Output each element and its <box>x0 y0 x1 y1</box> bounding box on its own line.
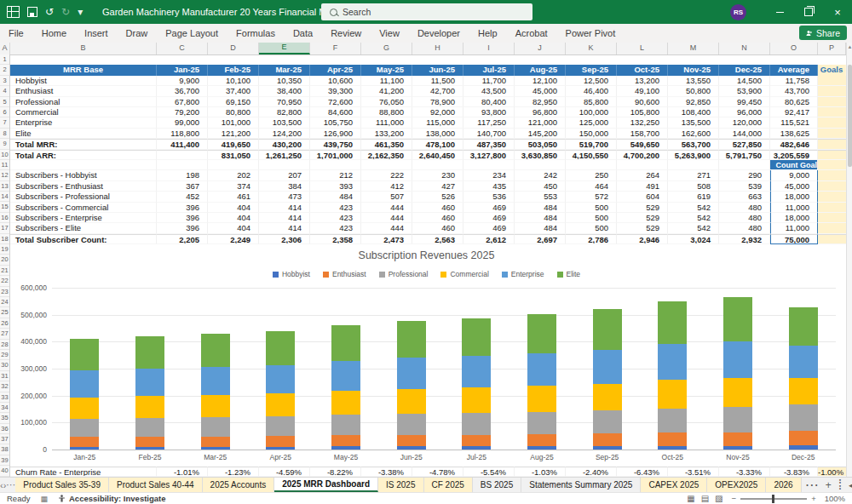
count-goal-button[interactable]: Count Goal <box>770 160 818 170</box>
table-cell[interactable]: 2,249 <box>208 234 259 244</box>
bar-segment-elite[interactable] <box>331 325 360 361</box>
close-button[interactable]: × <box>823 0 852 24</box>
table-cell[interactable]: 145,200 <box>515 129 566 139</box>
bar-segment-enterprise[interactable] <box>527 353 556 386</box>
sheet-tab-2025-mrr-dashboard[interactable]: 2025 MRR Dashboard <box>274 478 378 492</box>
table-cell[interactable]: 39,300 <box>310 86 361 96</box>
header-month[interactable]: Jan-25 <box>157 65 208 75</box>
bar-segment-commercial[interactable] <box>723 378 752 407</box>
column-header-P[interactable]: P <box>818 43 846 54</box>
bar-segment-commercial[interactable] <box>266 393 295 416</box>
bar-segment-commercial[interactable] <box>331 391 360 415</box>
table-cell[interactable]: 105,750 <box>310 117 361 128</box>
table-cell[interactable]: 831,050 <box>208 150 259 160</box>
table-cell[interactable]: 460 <box>412 213 463 223</box>
table-cell[interactable]: 527,850 <box>719 139 770 149</box>
bar-segment-enthusiast[interactable] <box>331 435 360 446</box>
restore-button[interactable] <box>794 0 823 24</box>
table-cell[interactable]: -2.40% <box>566 467 617 477</box>
goal-cell[interactable] <box>818 192 846 202</box>
table-cell[interactable]: 80,400 <box>463 97 515 107</box>
average-cell[interactable]: 92,417 <box>770 107 818 117</box>
row-label[interactable]: Subscribers - Hobbyist <box>10 170 157 180</box>
table-cell[interactable]: 46,400 <box>566 86 617 96</box>
table-cell[interactable]: 473 <box>259 192 310 202</box>
bar-segment-commercial[interactable] <box>135 396 164 418</box>
table-cell[interactable]: 99,450 <box>719 97 770 107</box>
table-cell[interactable]: 404 <box>208 213 259 223</box>
sheet-tab-opex2025[interactable]: OPEX2025 <box>707 478 766 492</box>
row-header-16[interactable]: 16 <box>0 213 9 223</box>
table-cell[interactable]: 121,000 <box>515 117 566 128</box>
ribbon-tab-review[interactable]: Review <box>331 28 361 38</box>
table-cell[interactable]: 135,500 <box>668 117 719 128</box>
row-label[interactable]: Enterprise <box>10 117 157 128</box>
average-cell[interactable]: 18,000 <box>770 213 818 223</box>
bar-segment-enterprise[interactable] <box>462 356 491 387</box>
new-sheet-icon[interactable]: + <box>826 479 832 491</box>
bar-segment-enthusiast[interactable] <box>593 433 622 446</box>
row-label[interactable]: Elite <box>10 129 157 139</box>
ribbon-tab-insert[interactable]: Insert <box>84 28 108 38</box>
bar-segment-commercial[interactable] <box>201 395 230 417</box>
legend-item-enthusiast[interactable]: Enthusiast <box>323 270 366 278</box>
more-sheets-icon[interactable]: ⋯ <box>805 477 819 493</box>
bar-segment-enterprise[interactable] <box>593 350 622 384</box>
table-cell[interactable]: 10,350 <box>259 76 310 86</box>
table-cell[interactable]: 67,800 <box>157 97 208 107</box>
table-cell[interactable]: 487,350 <box>463 139 515 149</box>
row-label[interactable]: Professional <box>10 97 157 107</box>
table-cell[interactable]: 69,150 <box>208 97 259 107</box>
column-header-C[interactable]: C <box>157 43 208 54</box>
row-label[interactable]: Enthusiast <box>10 86 157 96</box>
table-cell[interactable]: 125,000 <box>566 117 617 128</box>
table-cell[interactable]: 80,800 <box>208 107 259 117</box>
table-cell[interactable]: 100,000 <box>566 107 617 117</box>
table-cell[interactable]: 3,024 <box>668 234 719 244</box>
goal-cell[interactable] <box>818 160 846 170</box>
bar-segment-elite[interactable] <box>527 314 556 353</box>
bar-segment-enthusiast[interactable] <box>135 437 164 447</box>
row-header-30[interactable]: 30 <box>0 360 9 370</box>
header-month[interactable]: Sep-25 <box>566 65 617 75</box>
table-cell[interactable]: 9,900 <box>157 76 208 86</box>
bar-segment-enthusiast[interactable] <box>462 435 491 447</box>
table-cell[interactable]: 507 <box>361 192 412 202</box>
table-cell[interactable]: 4,700,200 <box>617 150 668 160</box>
table-cell[interactable]: 480 <box>719 223 770 233</box>
bar-segment-hobbyist[interactable] <box>201 447 230 450</box>
table-cell[interactable]: 404 <box>208 203 259 213</box>
table-cell[interactable]: 271 <box>668 170 719 180</box>
table-cell[interactable]: 88,800 <box>361 107 412 117</box>
save-icon[interactable] <box>27 7 37 17</box>
header-goals[interactable]: Goals <box>818 65 846 75</box>
table-cell[interactable]: 469 <box>463 203 515 213</box>
table-cell[interactable]: 234 <box>463 170 515 180</box>
row-label[interactable]: Total MRR: <box>10 139 157 149</box>
row-header-11[interactable]: 11 <box>0 160 9 170</box>
bar-segment-hobbyist[interactable] <box>593 446 622 450</box>
table-cell[interactable]: 444 <box>361 213 412 223</box>
header-month[interactable]: Jun-25 <box>412 65 463 75</box>
table-cell[interactable]: 423 <box>310 223 361 233</box>
zoom-level[interactable]: 100% <box>825 494 845 503</box>
table-cell[interactable]: 396 <box>157 223 208 233</box>
table-cell[interactable]: 2,205 <box>157 234 208 244</box>
goal-cell[interactable] <box>818 223 846 233</box>
table-cell[interactable]: 108,400 <box>668 107 719 117</box>
row-header-34[interactable]: 34 <box>0 403 9 413</box>
table-cell[interactable]: 158,700 <box>617 129 668 139</box>
table-cell[interactable] <box>719 160 770 170</box>
bar-segment-commercial[interactable] <box>789 378 818 404</box>
bar-segment-professional[interactable] <box>331 415 360 435</box>
header-mrr-base[interactable]: MRR Base <box>10 65 157 75</box>
table-cell[interactable]: 50,800 <box>668 86 719 96</box>
row-header-31[interactable]: 31 <box>0 371 9 381</box>
table-cell[interactable]: 396 <box>157 203 208 213</box>
bar-segment-commercial[interactable] <box>397 389 426 414</box>
table-cell[interactable]: 663 <box>719 192 770 202</box>
goal-cell[interactable] <box>818 181 846 192</box>
table-cell[interactable]: 526 <box>412 192 463 202</box>
table-cell[interactable]: 126,900 <box>310 129 361 139</box>
table-cell[interactable]: 2,946 <box>617 234 668 244</box>
